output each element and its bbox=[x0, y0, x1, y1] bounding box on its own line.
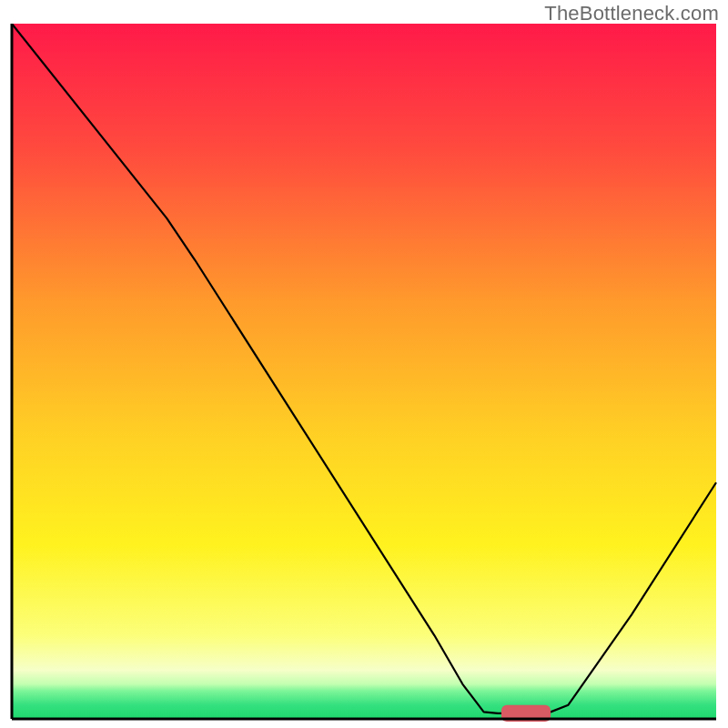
watermark-label: TheBottleneck.com bbox=[544, 2, 719, 25]
chart-container: TheBottleneck.com bbox=[0, 0, 728, 728]
bottleneck-chart bbox=[9, 24, 719, 723]
gradient-background bbox=[12, 24, 716, 719]
